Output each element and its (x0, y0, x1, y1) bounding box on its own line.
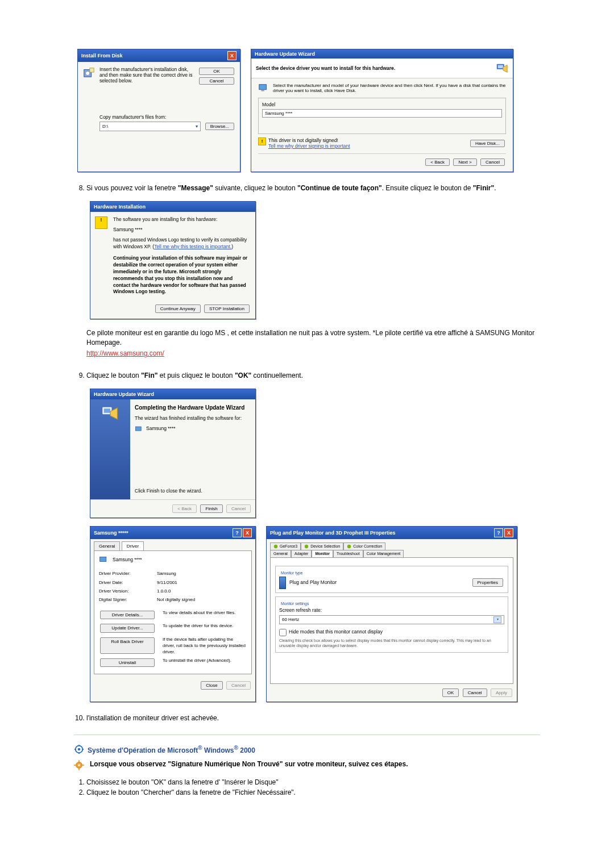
dialog-title: Hardware Update Wizard (94, 391, 154, 398)
continue-anyway-button[interactable]: Continue Anyway (155, 304, 201, 313)
device-wizard-icon (496, 62, 508, 74)
svg-point-1 (86, 71, 90, 75)
next-button[interactable]: Next > (453, 158, 476, 166)
ok-button[interactable]: OK (199, 68, 234, 75)
svg-point-21 (78, 764, 80, 766)
help-icon[interactable]: ? (233, 528, 242, 537)
model-value: Samsung **** (262, 109, 502, 118)
tab-color-management[interactable]: Color Management (363, 550, 404, 557)
nvidia-icon (273, 544, 278, 549)
monitor-icon (135, 425, 143, 433)
path-value: D:\ (102, 124, 108, 129)
chevron-down-icon: ▾ (493, 616, 501, 623)
cancel-button[interactable]: Cancel (480, 158, 505, 166)
device-name: Samsung **** (113, 557, 142, 564)
wizard-heading: Select the device driver you want to ins… (256, 65, 395, 71)
nvidia-icon (304, 544, 309, 549)
testing-link[interactable]: Tell me why this testing is important. (154, 244, 231, 249)
pnp-monitor-properties-dialog: Plug and Play Monitor and 3D Prophet III… (266, 526, 517, 702)
instruction-text: Insert the manufacturer's installation d… (99, 66, 193, 86)
gear-icon (74, 744, 84, 754)
warning-text: Continuing your installation of this sof… (113, 255, 251, 295)
chevron-down-icon[interactable]: ▾ (196, 124, 198, 129)
disk-icon (82, 66, 95, 79)
close-icon[interactable]: X (243, 528, 252, 537)
back-button: < Back (172, 504, 197, 513)
svg-point-11 (274, 545, 277, 548)
device-name: Samsung **** (113, 227, 251, 233)
device-name: Samsung **** (146, 425, 176, 433)
svg-point-15 (78, 748, 81, 751)
cancel-button: Cancel (226, 681, 251, 690)
tab-adapter[interactable]: Adapter (291, 550, 312, 557)
samsung-link[interactable]: http://www.samsung.com/ (86, 349, 164, 357)
driver-details-button[interactable]: Driver Details... (100, 611, 155, 619)
have-disk-button[interactable]: Have Disk... (470, 140, 505, 147)
warning-icon: ! (258, 137, 266, 145)
svg-rect-5 (259, 85, 267, 90)
sub-step: Cliquez le bouton "Chercher" dans la fen… (86, 787, 540, 798)
close-icon[interactable]: X (227, 51, 237, 60)
tab-general[interactable]: General (270, 550, 291, 557)
hardware-installation-dialog: Hardware Installation ! The software you… (90, 201, 256, 320)
svg-rect-10 (100, 557, 106, 562)
uninstall-button[interactable]: Uninstall (100, 658, 155, 667)
dialog-title: Hardware Update Wizard (255, 51, 315, 57)
model-label: Model (262, 102, 502, 107)
finish-button[interactable]: Finish (200, 504, 222, 513)
section-heading: Système d'Opération de Microsoft® Window… (88, 745, 255, 754)
dialog-title: Install From Disk (81, 53, 123, 59)
sub-step: Choisissez le bouton "OK" dans la fenetr… (86, 777, 540, 787)
svg-point-13 (347, 545, 351, 548)
not-signed-text: This driver is not digitally signed! (268, 137, 350, 143)
svg-rect-6 (261, 90, 264, 91)
signing-link[interactable]: Tell me why driver signing is important (268, 143, 350, 149)
cancel-button[interactable]: Cancel (199, 77, 234, 85)
svg-rect-8 (104, 409, 110, 414)
ok-button[interactable]: OK (442, 688, 459, 697)
close-button[interactable]: Close (201, 681, 222, 690)
back-button[interactable]: < Back (425, 158, 450, 166)
wizard-sidebar (90, 399, 130, 499)
nvidia-icon (347, 544, 351, 549)
tab-general[interactable]: General (94, 541, 120, 550)
gear-icon (74, 760, 84, 770)
tab-monitor[interactable]: Monitor (312, 550, 333, 557)
tab-device-selection[interactable]: Device Selection (301, 542, 343, 550)
cancel-button: Cancel (226, 504, 251, 513)
hardware-wizard-select-dialog: Hardware Update Wizard Select the device… (251, 49, 513, 172)
install-from-disk-dialog: Install From Disk X Insert the manufactu… (77, 49, 240, 172)
dialog-title: Hardware Installation (94, 203, 146, 211)
hide-modes-checkbox[interactable] (279, 629, 287, 636)
svg-rect-23 (78, 768, 80, 770)
svg-rect-24 (74, 765, 76, 766)
refresh-rate-select[interactable]: 60 Hertz ▾ (279, 615, 504, 624)
dialog-title: Samsung ***** (94, 529, 128, 537)
sub-instruction: Lorsque vous observez "Signature Numériq… (90, 760, 408, 770)
warning-icon: ! (95, 216, 107, 229)
update-driver-button[interactable]: Update Driver... (100, 624, 155, 632)
step-text: Si vous pouvez voir la fenetre (86, 184, 178, 192)
driver-properties-dialog: Samsung ***** ? X General Driver (90, 526, 256, 702)
wizard-text: Select the manufacturer and model of you… (273, 83, 506, 93)
monitor-icon (99, 556, 108, 565)
properties-button[interactable]: Properties (472, 578, 503, 587)
rollback-driver-button[interactable]: Roll Back Driver (100, 637, 155, 654)
tab-color-correction[interactable]: Color Correction (343, 542, 385, 550)
browse-button[interactable]: Browse... (205, 123, 234, 130)
stop-installation-button[interactable]: STOP Installation (204, 304, 250, 313)
wizard-complete-dialog: Hardware Update Wizard Completing the Ha… (90, 389, 256, 519)
dialog-title: Plug and Play Monitor and 3D Prophet III… (270, 529, 396, 537)
svg-rect-9 (135, 427, 141, 431)
svg-point-12 (305, 545, 308, 548)
tab-driver[interactable]: Driver (122, 541, 144, 550)
close-icon[interactable]: X (504, 528, 513, 537)
svg-rect-2 (90, 68, 94, 72)
wizard-heading: Completing the Hardware Update Wizard (135, 404, 251, 412)
tab-geforce3[interactable]: GeForce3 (270, 542, 301, 550)
svg-rect-25 (82, 765, 84, 766)
help-icon[interactable]: ? (494, 528, 503, 537)
device-wizard-icon (102, 405, 119, 422)
tab-troubleshoot[interactable]: Troubleshoot (333, 550, 363, 557)
cancel-button[interactable]: Cancel (463, 688, 487, 697)
